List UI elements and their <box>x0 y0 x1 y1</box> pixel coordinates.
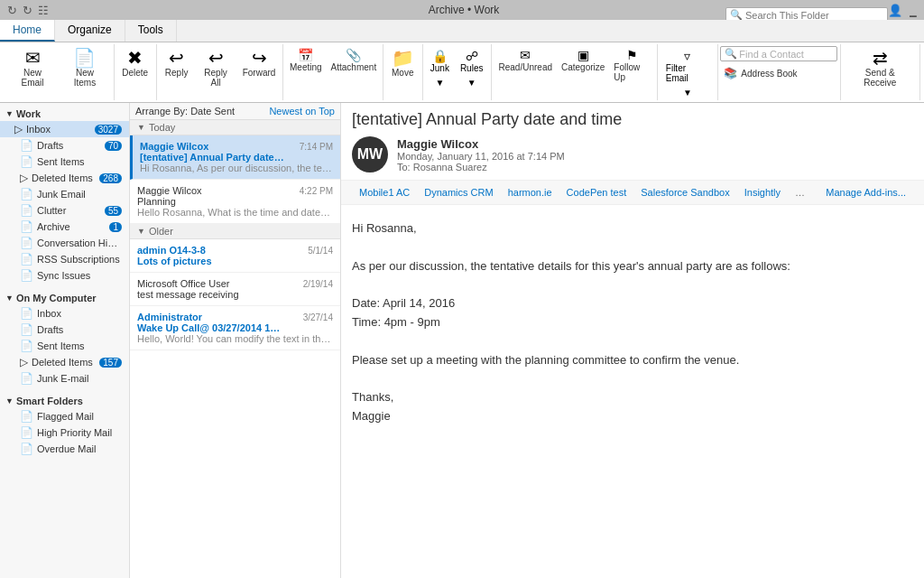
comp-junk-icon: 📄 <box>20 372 33 385</box>
sidebar-item-sync[interactable]: 📄 Sync Issues <box>0 267 129 284</box>
work-section-header[interactable]: ▼ Work <box>0 107 129 121</box>
new-items-icon: 📄 <box>73 49 96 67</box>
addon-mobile1ac[interactable]: Mobile1 AC <box>352 184 417 200</box>
msg-subject-3: Lots of pictures <box>137 256 212 266</box>
avatar: MW <box>352 136 388 172</box>
addon-insightly[interactable]: Insightly <box>737 184 788 200</box>
ribbon-group-move: 📁 Move <box>383 44 423 100</box>
sidebar-item-comp-drafts[interactable]: 📄 Drafts <box>0 322 129 338</box>
body-line-2: As per our discussion, the tentative det… <box>352 257 913 276</box>
attachment-button[interactable]: 📎 Attachment <box>328 46 381 74</box>
new-email-icon: ✉ <box>25 49 41 67</box>
addon-codepen[interactable]: CodePen test <box>559 184 634 200</box>
sidebar-item-highpriority[interactable]: 📄 High Priority Mail <box>0 424 129 441</box>
msg-details: Maggie Wilcox Monday, January 11, 2016 a… <box>397 137 913 172</box>
drafts-icon: 📄 <box>20 139 33 152</box>
search-input[interactable] <box>745 10 883 21</box>
sidebar-item-comp-deleted[interactable]: ▷ Deleted Items 157 <box>0 354 129 370</box>
new-items-button[interactable]: 📄 New Items <box>60 46 110 90</box>
sidebar-item-flagged[interactable]: 📄 Flagged Mail <box>0 408 129 424</box>
title-bar: ↻ ↻ ☷ Archive • Work 🔍 👤 ⎯ <box>0 0 924 20</box>
address-book-button[interactable]: 📚 Address Book <box>720 65 800 81</box>
read-unread-button[interactable]: ✉ Read/Unread <box>495 46 556 74</box>
ribbon-group-send-receive: ⇄ Send & Receive <box>841 44 920 100</box>
ribbon-group-tag: ✉ Read/Unread ▣ Categorize ⚑ Follow Up <box>492 44 658 100</box>
sidebar-item-drafts[interactable]: 📄 Drafts 70 <box>0 137 129 154</box>
sidebar-item-comp-junk[interactable]: 📄 Junk E-mail <box>0 370 129 387</box>
addon-harmon[interactable]: harmon.ie <box>501 184 559 200</box>
sidebar-item-deleted[interactable]: ▷ Deleted Items 268 <box>0 170 129 186</box>
sidebar-item-junk[interactable]: 📄 Junk Email <box>0 186 129 202</box>
junk-dropdown[interactable]: ▼ <box>426 77 454 89</box>
sidebar-item-overdue[interactable]: 📄 Overdue Mail <box>0 441 129 457</box>
order-label[interactable]: Newest on Top <box>269 106 335 117</box>
highpriority-icon: 📄 <box>20 426 33 439</box>
account-icon[interactable]: 👤 <box>888 4 902 17</box>
addon-more[interactable]: … <box>788 184 812 200</box>
follow-up-button[interactable]: ⚑ Follow Up <box>610 46 652 84</box>
reply-all-button[interactable]: ↩ Reply All <box>195 46 237 90</box>
computer-section-header[interactable]: ▼ On My Computer <box>0 291 129 305</box>
sidebar-item-rss[interactable]: 📄 RSS Subscriptions <box>0 251 129 267</box>
main-area: ▼ Work ▷ Inbox 3027 📄 Drafts 70 📄 Sent I… <box>0 103 924 578</box>
ribbon-tabs: Home Organize Tools <box>0 20 924 42</box>
rules-icon: ☍ <box>466 49 478 63</box>
ribbon-content: ✉ New Email 📄 New Items ✖ De <box>0 42 924 102</box>
message-list: Arrange By: Date Sent Newest on Top ▼ To… <box>130 103 341 578</box>
tab-tools[interactable]: Tools <box>125 20 177 42</box>
reply-button[interactable]: ↩ Reply <box>161 46 193 80</box>
send-receive-button[interactable]: ⇄ Send & Receive <box>845 46 916 90</box>
find-contact-search-icon: 🔍 <box>725 48 737 60</box>
reply-icon: ↩ <box>169 49 184 67</box>
msg-item-3[interactable]: admin O14-3-8 5/1/14 Lots of pictures <box>130 239 340 273</box>
list-toolbar: Arrange By: Date Sent Newest on Top <box>130 103 340 120</box>
msg-item-2[interactable]: Maggie Wilcox 4:22 PM Planning Hello Ros… <box>130 180 340 224</box>
body-date: Date: April 14, 2016 <box>352 294 913 313</box>
filter-dropdown[interactable]: ▼ <box>661 87 714 98</box>
work-arrow: ▼ <box>5 109 14 118</box>
clutter-icon: 📄 <box>20 204 33 217</box>
ribbon-group-new: ✉ New Email 📄 New Items <box>4 44 115 100</box>
comp-drafts-icon: 📄 <box>20 323 33 336</box>
addon-bar: Mobile1 AC Dynamics CRM harmon.ie CodePe… <box>341 181 924 205</box>
move-button[interactable]: 📁 Move <box>386 46 419 80</box>
addon-manage[interactable]: Manage Add-ins... <box>818 184 913 200</box>
msg-item-1[interactable]: Maggie Wilcox 7:14 PM [tentative] Annual… <box>130 135 340 180</box>
ribbon-group-meeting: 📅 Meeting 📎 Attachment <box>283 44 383 100</box>
rules-split: ☍ Rules ▼ <box>456 46 488 89</box>
junk-folder-icon: 📄 <box>20 188 33 200</box>
move-icon: 📁 <box>392 49 414 67</box>
addon-salesforce[interactable]: Salesforce Sandbox <box>633 184 736 200</box>
rules-dropdown[interactable]: ▼ <box>456 77 488 89</box>
older-arrow[interactable]: ▼ <box>137 227 145 236</box>
smart-section-header[interactable]: ▼ Smart Folders <box>0 394 129 408</box>
meeting-button[interactable]: 📅 Meeting <box>286 46 326 74</box>
refresh-icon[interactable]: ↻ <box>23 4 32 17</box>
sidebar-item-comp-inbox[interactable]: 📄 Inbox <box>0 305 129 322</box>
sort-label[interactable]: Arrange By: Date Sent <box>135 106 235 117</box>
new-email-button[interactable]: ✉ New Email <box>7 46 58 90</box>
junk-button[interactable]: 🔒 Junk <box>426 46 454 76</box>
rules-button[interactable]: ☍ Rules <box>456 46 488 76</box>
msg-time-4: 2/19/14 <box>303 279 333 289</box>
sidebar-item-clutter[interactable]: 📄 Clutter 55 <box>0 202 129 219</box>
tab-organize[interactable]: Organize <box>55 20 125 42</box>
back-icon[interactable]: ↻ <box>7 4 17 17</box>
categorize-button[interactable]: ▣ Categorize <box>558 46 608 74</box>
sidebar-item-archive[interactable]: 📄 Archive 1 <box>0 219 129 235</box>
tab-home[interactable]: Home <box>0 20 55 42</box>
minimize-icon[interactable]: ⎯ <box>910 4 917 17</box>
filter-button[interactable]: ▿ Filter Email <box>661 46 714 86</box>
sidebar-item-sent[interactable]: 📄 Sent Items <box>0 154 129 170</box>
sidebar-item-conversation[interactable]: 📄 Conversation History <box>0 235 129 251</box>
today-arrow[interactable]: ▼ <box>137 123 145 132</box>
addon-dynamics[interactable]: Dynamics CRM <box>417 184 500 200</box>
forward-button[interactable]: ↪ Forward <box>239 46 280 80</box>
msg-item-4[interactable]: Microsoft Office User 2/19/14 test messa… <box>130 273 340 306</box>
filter-icon: ▿ <box>684 49 690 63</box>
delete-button[interactable]: ✖ Delete <box>117 46 152 80</box>
find-contact-input[interactable]: Find a Contact <box>739 49 804 60</box>
sidebar-item-inbox[interactable]: ▷ Inbox 3027 <box>0 121 129 137</box>
msg-item-5[interactable]: Administrator 3/27/14 Wake Up Call@ 03/2… <box>130 306 340 350</box>
sidebar-item-comp-sent[interactable]: 📄 Sent Items <box>0 338 129 354</box>
